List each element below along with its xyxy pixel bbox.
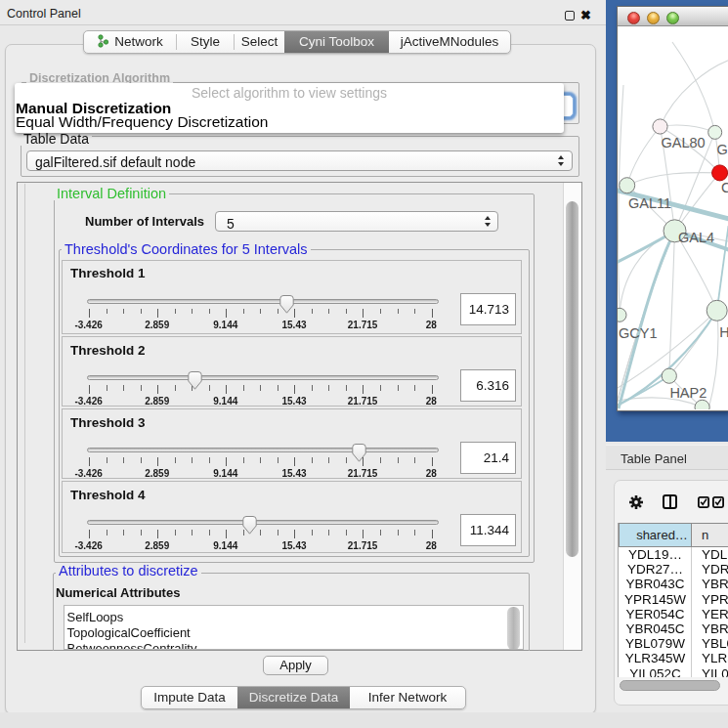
svg-text:HAP2: HAP2 [669,385,707,401]
svg-text:C: C [721,180,728,195]
svg-text:H: H [719,324,728,340]
svg-text:GAL4: GAL4 [678,230,714,245]
svg-text:GCY1: GCY1 [619,325,658,341]
svg-text:G.: G. [716,142,728,157]
svg-text:GAL11: GAL11 [628,195,671,211]
svg-text:GAL80: GAL80 [662,135,706,150]
